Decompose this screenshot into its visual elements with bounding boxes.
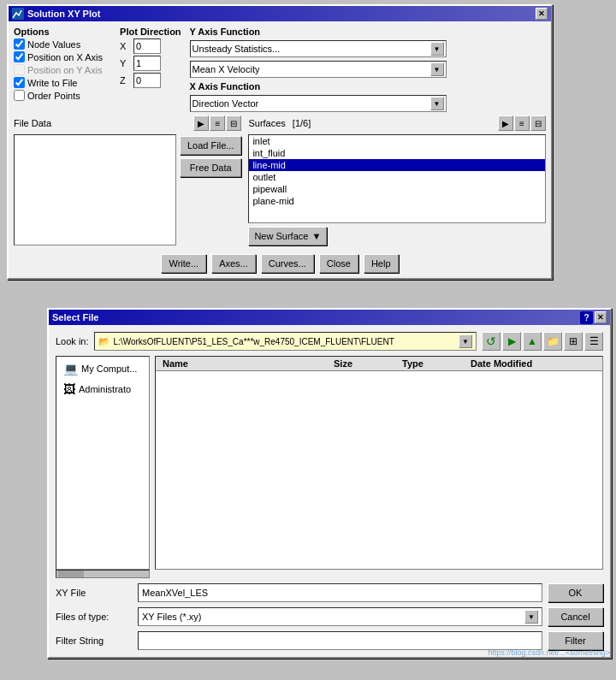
surface-int-fluid[interactable]: int_fluid [249,147,545,159]
filter-button[interactable]: Filter [548,631,603,650]
x-input[interactable] [133,38,161,54]
file-data-icons: ▶ ≡ ⊟ [193,115,241,131]
cancel-button[interactable]: Cancel [548,607,603,626]
new-surface-button[interactable]: New Surface ▼ [248,227,327,245]
select-file-close-button[interactable]: ✕ [595,311,607,323]
y-axis-secondary-dropdown[interactable]: Mean X Velocity ▼ [190,61,447,78]
free-data-button[interactable]: Free Data [180,158,241,177]
x-axis-function-label: X Axis Function [190,81,546,92]
surface-inlet[interactable]: inlet [249,135,545,147]
y-axis-function-label: Y Axis Function [190,27,546,37]
surfaces-header: Surfaces [1/6] ▶ ≡ ⊟ [248,115,546,131]
my-computer-item[interactable]: 💻 My Comput... [60,360,145,377]
select-file-title-left: Select File [52,312,98,322]
title-bar-buttons: ✕ [536,8,548,20]
surfaces-count: [1/6] [293,118,311,128]
surface-outlet[interactable]: outlet [249,171,545,183]
watermark: https://blog.csdn.net/...<something> [488,648,610,657]
surfaces-icon-1[interactable]: ▶ [498,115,513,131]
surfaces-section: Surfaces [1/6] ▶ ≡ ⊟ inlet int_fluid lin… [248,115,546,245]
xy-plot-content: Options Node Values Position on X Axis P… [9,21,551,278]
position-y-row: Position on Y Axis [14,64,103,75]
col-header-name: Name [159,358,330,369]
node-values-label: Node Values [27,39,80,50]
y-axis-primary-dropdown[interactable]: Unsteady Statistics... ▼ [190,40,447,57]
position-x-label: Position on X Axis [27,52,103,62]
axes-button[interactable]: Axes... [211,254,256,273]
left-panel[interactable]: 💻 My Comput... 🖼 Administrato [56,356,150,570]
y-axis-secondary-value: Mean X Velocity [192,64,260,74]
files-of-type-dropdown[interactable]: XY Files (*.xy) ▼ [138,607,542,626]
load-file-button[interactable]: Load File... [180,136,241,155]
order-points-label: Order Points [27,91,80,101]
nav-forward-button[interactable]: ▶ [502,332,521,351]
help-button[interactable]: Help [364,254,399,273]
surfaces-icon-3[interactable]: ⊟ [530,115,546,131]
select-file-help-icon[interactable]: ? [580,311,593,324]
y-label: Y [120,58,130,68]
options-column: Options Node Values Position on X Axis P… [14,27,103,101]
surface-pipewall[interactable]: pipewall [249,183,545,195]
y-axis-secondary-arrow: ▼ [430,62,444,76]
file-data-icon-3[interactable]: ⊟ [226,115,241,131]
look-in-arrow: ▼ [459,334,472,348]
new-surface-arrow: ▼ [311,231,321,241]
nav-up-button[interactable]: ▲ [523,332,542,351]
position-y-checkbox[interactable] [14,64,25,75]
node-values-checkbox[interactable] [14,38,25,50]
position-y-label: Position on Y Axis [27,65,103,75]
administrator-item[interactable]: 🖼 Administrato [60,381,145,398]
my-computer-label: My Comput... [81,364,137,374]
xy-file-input[interactable] [138,583,542,602]
file-dialog-content: Look in: 📂 L:\WorksOfFLUENT\P51_LES_Ca**… [49,325,610,657]
file-data-icon-2[interactable]: ≡ [210,115,225,131]
scroll-thumb [58,571,84,577]
position-x-row: Position on X Axis [14,51,103,62]
look-in-row: Look in: 📂 L:\WorksOfFLUENT\P51_LES_Ca**… [56,332,603,351]
col-header-type: Type [399,358,467,369]
surfaces-label: Surfaces [248,118,285,128]
surface-line-mid[interactable]: line-mid [249,159,545,171]
scroll-bar[interactable] [56,570,150,578]
xy-plot-icon [12,8,24,20]
z-input[interactable] [133,73,161,88]
col-header-size: Size [330,358,399,369]
new-surface-row: New Surface ▼ [248,227,546,245]
load-free-buttons: Load File... Free Data [180,136,241,245]
surfaces-icons: ▶ ≡ ⊟ [498,115,546,131]
order-points-row: Order Points [14,90,103,101]
look-in-path: L:\WorksOfFLUENT\P51_LES_Ca***w_Re4750_I… [114,337,394,346]
nav-list-view-button[interactable]: ⊞ [564,332,583,351]
file-data-icon-1[interactable]: ▶ [193,115,209,131]
surface-plane-mid[interactable]: plane-mid [249,195,545,207]
filter-string-input[interactable] [138,631,542,650]
look-in-dropdown[interactable]: 📂 L:\WorksOfFLUENT\P51_LES_Ca***w_Re4750… [94,332,477,351]
nav-back-button[interactable]: ↺ [482,332,500,351]
file-list-box[interactable] [14,134,176,245]
right-section: Y Axis Function Unsteady Statistics... ▼… [190,27,546,112]
write-button[interactable]: Write... [161,254,206,273]
y-input[interactable] [133,56,161,71]
file-browser-area: 💻 My Comput... 🖼 Administrato Name Size … [56,356,603,570]
select-file-title-bar: Select File ? ✕ [49,310,610,325]
surfaces-list-box[interactable]: inlet int_fluid line-mid outlet pipewall… [248,134,546,223]
x-axis-value: Direction Vector [192,98,259,109]
new-surface-label: New Surface [254,231,308,241]
write-to-file-label: Write to File [27,78,77,88]
position-x-checkbox[interactable] [14,51,25,62]
write-to-file-checkbox[interactable] [14,77,25,88]
xy-plot-title: Solution XY Plot [27,9,100,19]
x-axis-dropdown[interactable]: Direction Vector ▼ [190,95,447,112]
right-panel: Name Size Type Date Modified [155,356,603,570]
col-header-date: Date Modified [467,358,599,369]
close-button-bottom[interactable]: Close [319,254,358,273]
close-button[interactable]: ✕ [536,8,548,20]
ok-button[interactable]: OK [548,583,603,602]
curves-button[interactable]: Curves... [261,254,314,273]
nav-detail-view-button[interactable]: ☰ [584,332,603,351]
surfaces-icon-2[interactable]: ≡ [514,115,530,131]
options-label: Options [14,27,103,37]
order-points-checkbox[interactable] [14,90,25,101]
nav-new-folder-button[interactable]: 📁 [543,332,562,351]
filter-string-row: Filter String Filter [56,631,603,650]
